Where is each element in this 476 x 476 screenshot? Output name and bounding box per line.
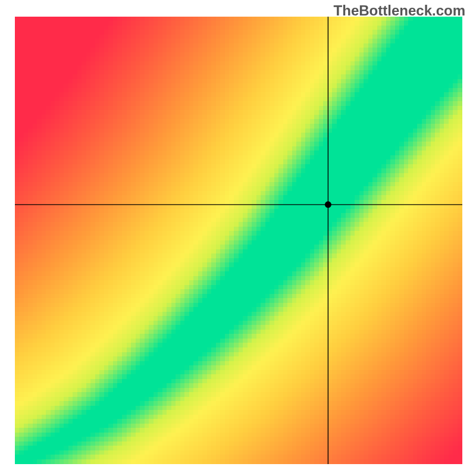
crosshair-overlay: [15, 17, 462, 464]
watermark-text: TheBottleneck.com: [334, 2, 465, 19]
